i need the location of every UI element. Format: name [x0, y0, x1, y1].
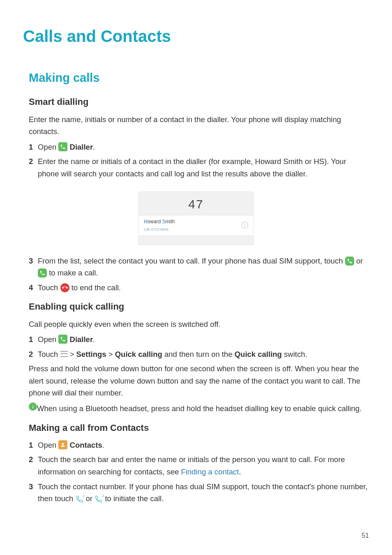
text-fragment: switch. [282, 350, 307, 358]
call-sim1-icon [345, 257, 354, 266]
info-icon: i [242, 222, 248, 228]
highlight: H [144, 219, 148, 224]
subheading-quick-calling: Enabling quick calling [29, 299, 369, 314]
text-fragment: . [93, 335, 95, 344]
text-fragment: to end the call. [71, 283, 121, 292]
list-item: 1 Open Contacts. [29, 439, 369, 451]
dialler-screenshot-frame: 47 Howard Smith 138 6713 9846 i [138, 192, 254, 245]
list-item: 1 Open Dialler. [29, 333, 369, 346]
step-number: 3 [29, 255, 38, 267]
list-item: 1 Open Dialler. [29, 141, 369, 153]
page-number: 51 [362, 530, 369, 541]
text-fragment: . [102, 441, 104, 449]
contacts-icon [58, 440, 67, 449]
text-fragment: > [70, 350, 76, 358]
end-call-icon [60, 283, 69, 292]
step-text: From the list, select the contact you wa… [38, 255, 369, 279]
dialler-result-number: 138 6713 9846 [144, 227, 242, 232]
subheading-smart-dialling: Smart dialling [29, 95, 369, 109]
smart-dialling-steps: 1 Open Dialler. 2 Enter the name or init… [29, 141, 369, 180]
text-fragment: . [239, 467, 241, 476]
from-contacts-steps: 1 Open Contacts. 2 Touch the search bar … [29, 439, 369, 505]
step-text: Open Contacts. [38, 439, 369, 451]
dialler-result-row: Howard Smith 138 6713 9846 i [139, 215, 253, 236]
list-item: 3 From the list, select the contact you … [29, 255, 369, 279]
quick-calling-intro: Call people quickly even when the screen… [29, 318, 369, 331]
step-number: 2 [29, 348, 38, 361]
call-sim1-outline-icon: 1 [76, 495, 84, 503]
text-fragment: to make a call. [49, 268, 98, 277]
dialler-icon [58, 335, 67, 344]
dialler-screenshot: 47 Howard Smith 138 6713 9846 i [23, 192, 369, 245]
page-title: Calls and Contacts [23, 23, 369, 49]
text-fragment: . [93, 143, 95, 151]
step-text: Touch the contact number. If your phone … [38, 481, 369, 505]
text-fragment: From the list, select the contact you wa… [38, 257, 345, 265]
app-name: Contacts [70, 441, 102, 449]
cross-reference-link[interactable]: Finding a contact [181, 467, 239, 476]
info-icon: i [29, 402, 37, 411]
smart-dialling-intro: Enter the name, initials or number of a … [29, 113, 369, 138]
step-text: Enter the name or initials of a contact … [38, 155, 369, 180]
text-fragment: Open [38, 441, 58, 449]
text-fragment: or [86, 494, 95, 503]
menu-path-item: Quick calling [115, 350, 162, 358]
text-fragment: to initiate the call. [105, 494, 164, 503]
info-note: i When using a Bluetooth headset, press … [29, 402, 369, 415]
text-fragment: > [106, 350, 115, 358]
dialler-entered-number: 47 [139, 194, 253, 214]
step-number: 1 [29, 439, 38, 451]
text-fragment: Open [38, 143, 58, 151]
step-number: 1 [29, 141, 38, 153]
menu-path-item: Settings [76, 350, 106, 358]
dialler-icon [58, 142, 67, 151]
text-fragment: Open [38, 335, 58, 344]
text-fragment: Touch [38, 283, 60, 292]
setting-name: Quick calling [235, 350, 282, 358]
highlight: S [162, 219, 166, 224]
call-sim2-icon [38, 268, 47, 278]
list-item: 4 Touch to end the call. [29, 282, 369, 294]
step-text: Touch the search bar and enter the name … [38, 453, 369, 478]
step-text: Touch to end the call. [38, 282, 369, 294]
subheading-from-contacts: Making a call from Contacts [29, 421, 369, 435]
step-number: 2 [29, 453, 38, 466]
step-text: Open Dialler. [38, 141, 369, 153]
smart-dialling-steps-cont: 3 From the list, select the contact you … [29, 255, 369, 294]
step-number: 3 [29, 481, 38, 493]
text-fragment: mith [166, 219, 175, 224]
step-number: 2 [29, 155, 38, 168]
call-sim2-outline-icon: 2 [95, 495, 103, 503]
quick-calling-paragraph: Press and hold the volume down button fo… [29, 363, 369, 399]
menu-icon [60, 351, 68, 357]
step-number: 1 [29, 333, 38, 346]
info-text: When using a Bluetooth headset, press an… [37, 402, 369, 415]
section-heading-making-calls: Making calls [29, 68, 369, 87]
quick-calling-steps: 1 Open Dialler. 2 Touch > Settings > Qui… [29, 333, 369, 360]
list-item: 2 Touch > Settings > Quick calling and t… [29, 348, 369, 361]
step-text: Touch > Settings > Quick calling and the… [38, 348, 369, 361]
list-item: 3 Touch the contact number. If your phon… [29, 481, 369, 505]
list-item: 2 Enter the name or initials of a contac… [29, 155, 369, 180]
text-fragment: and then turn on the [162, 350, 235, 358]
text-fragment: oward [148, 219, 162, 224]
list-item: 2 Touch the search bar and enter the nam… [29, 453, 369, 478]
step-number: 4 [29, 282, 38, 294]
app-name: Dialler [70, 143, 93, 151]
step-text: Open Dialler. [38, 333, 369, 346]
text-fragment: or [356, 257, 363, 265]
app-name: Dialler [70, 335, 93, 344]
dialler-result-name: Howard Smith 138 6713 9846 [144, 218, 242, 233]
text-fragment: Touch [38, 350, 60, 358]
